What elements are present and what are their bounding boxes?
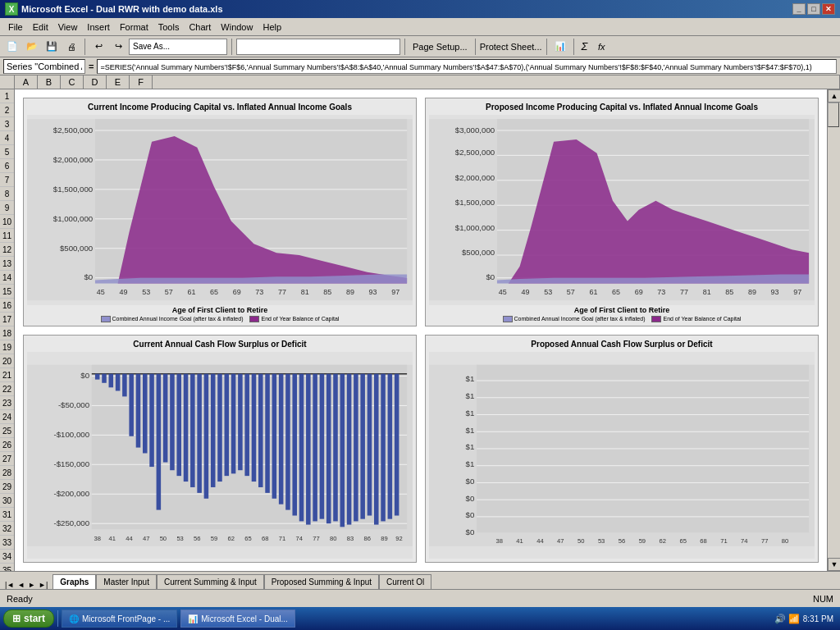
legend-color-1 xyxy=(101,316,111,322)
svg-text:85: 85 xyxy=(323,288,331,296)
col-a[interactable]: A xyxy=(15,75,38,89)
fx-button[interactable]: fx xyxy=(592,39,610,55)
new-button[interactable]: 📄 xyxy=(3,39,21,55)
formula-input[interactable]: =SERIES('Annual Summary Numbers'!$F$6,'A… xyxy=(97,59,837,74)
col-f[interactable]: F xyxy=(130,75,153,89)
scroll-thumb[interactable] xyxy=(828,103,839,127)
svg-rect-87 xyxy=(163,373,168,462)
menu-view[interactable]: View xyxy=(53,21,83,34)
svg-text:$0: $0 xyxy=(84,272,93,281)
svg-rect-78 xyxy=(102,373,107,382)
excel-icon: X xyxy=(5,2,18,16)
svg-rect-98 xyxy=(238,373,243,470)
svg-text:71: 71 xyxy=(720,536,727,544)
svg-text:$0: $0 xyxy=(80,371,89,380)
undo-button[interactable]: ↩ xyxy=(89,39,107,55)
svg-text:$500,000: $500,000 xyxy=(60,244,93,253)
page-setup-link[interactable]: Page Setup... xyxy=(409,42,471,52)
svg-text:68: 68 xyxy=(700,536,706,544)
protect-sheet-link[interactable]: Protect Sheet... xyxy=(480,42,542,52)
chart-button[interactable]: 📊 xyxy=(551,39,569,55)
svg-text:$2,500,000: $2,500,000 xyxy=(455,148,495,157)
row-num-30: 30 xyxy=(0,494,14,508)
vertical-scrollbar[interactable]: ▲ ▼ xyxy=(827,89,840,571)
scroll-down-button[interactable]: ▼ xyxy=(828,558,840,571)
menu-window[interactable]: Window xyxy=(216,21,258,34)
window-controls[interactable]: _ □ ✕ xyxy=(792,3,835,15)
menu-edit[interactable]: Edit xyxy=(28,21,53,34)
tab-prev-button[interactable]: ◄ xyxy=(16,581,26,589)
maximize-button[interactable]: □ xyxy=(807,3,820,15)
menu-chart[interactable]: Chart xyxy=(184,21,216,34)
chart-top-right-legend: Combined Annual Income Goal (after tax &… xyxy=(429,316,815,322)
svg-text:85: 85 xyxy=(725,288,733,296)
status-bar: Ready NUM xyxy=(0,589,840,607)
scroll-track[interactable] xyxy=(828,103,840,558)
col-c[interactable]: C xyxy=(61,75,84,89)
tab-current-summing[interactable]: Current Summing & Input xyxy=(157,574,264,589)
chart-bottom-left-svg: $0 -$50,000 -$100,000 -$150,000 -$200,00… xyxy=(27,352,413,559)
charts-container: Current Income Producing Capital vs. Inf… xyxy=(15,89,827,571)
svg-text:44: 44 xyxy=(126,534,132,541)
svg-rect-109 xyxy=(313,373,317,521)
svg-rect-121 xyxy=(395,373,399,515)
svg-text:$2,000,000: $2,000,000 xyxy=(53,155,93,164)
svg-rect-113 xyxy=(340,373,345,527)
tab-current-ol[interactable]: Current Ol xyxy=(379,574,431,589)
col-d[interactable]: D xyxy=(84,75,107,89)
svg-text:$2,000,000: $2,000,000 xyxy=(455,173,495,182)
formula-equals: = xyxy=(85,62,97,71)
scroll-up-button[interactable]: ▲ xyxy=(828,89,840,103)
tab-proposed-summing[interactable]: Proposed Summing & Input xyxy=(264,574,379,589)
svg-text:41: 41 xyxy=(516,536,523,544)
menu-file[interactable]: File xyxy=(3,21,28,34)
open-button[interactable]: 📂 xyxy=(23,39,41,55)
svg-text:77: 77 xyxy=(680,288,688,296)
svg-text:$0: $0 xyxy=(466,510,475,519)
tab-graphs[interactable]: Graphs xyxy=(52,574,96,589)
menu-insert[interactable]: Insert xyxy=(82,21,115,34)
col-b[interactable]: B xyxy=(38,75,61,89)
taskbar-frontpage[interactable]: 🌐 Microsoft FrontPage - ... xyxy=(62,609,177,628)
row-num-28: 28 xyxy=(0,466,14,480)
save-button[interactable]: 💾 xyxy=(43,39,61,55)
svg-rect-86 xyxy=(157,373,162,509)
svg-text:65: 65 xyxy=(679,536,686,544)
close-button[interactable]: ✕ xyxy=(822,3,835,15)
row-num-26: 26 xyxy=(0,438,14,452)
name-box[interactable] xyxy=(3,59,85,74)
row-num-10: 10 xyxy=(0,215,14,229)
zoom-dropdown[interactable]: Save As... xyxy=(129,39,227,55)
svg-text:89: 89 xyxy=(346,288,354,296)
formula-dropdown[interactable] xyxy=(236,39,400,55)
svg-text:89: 89 xyxy=(381,534,387,541)
taskbar-excel[interactable]: 📊 Microsoft Excel - Dual... xyxy=(180,609,295,628)
svg-rect-99 xyxy=(244,373,249,475)
svg-rect-84 xyxy=(143,373,148,453)
chart-bottom-right-area: $1 $1 $1 $1 $1 $1 $0 $0 $0 $0 xyxy=(429,352,815,559)
svg-rect-92 xyxy=(197,373,202,492)
tab-next-button[interactable]: ► xyxy=(26,581,37,589)
print-button[interactable]: 🖨 xyxy=(62,39,80,55)
tab-master-input[interactable]: Master Input xyxy=(96,574,157,589)
svg-text:44: 44 xyxy=(536,536,543,544)
svg-rect-114 xyxy=(347,373,352,524)
row-num-20: 20 xyxy=(0,354,14,368)
minimize-button[interactable]: _ xyxy=(792,3,806,15)
col-e[interactable]: E xyxy=(107,75,130,89)
redo-button[interactable]: ↪ xyxy=(109,39,127,55)
chart-top-right-area: $3,000,000 $2,500,000 $2,000,000 $1,500,… xyxy=(429,115,815,305)
menu-tools[interactable]: Tools xyxy=(153,21,185,34)
row-num-4: 4 xyxy=(0,131,14,145)
menu-help[interactable]: Help xyxy=(258,21,286,34)
row-num-8: 8 xyxy=(0,187,14,201)
svg-text:$0: $0 xyxy=(466,527,475,536)
tab-first-button[interactable]: |◄ xyxy=(3,581,16,589)
legend-label-r2: End of Year Balance of Capital xyxy=(663,316,741,322)
start-button[interactable]: ⊞ start xyxy=(3,609,54,628)
tab-last-button[interactable]: ►| xyxy=(37,581,49,589)
menu-format[interactable]: Format xyxy=(115,21,153,34)
svg-text:92: 92 xyxy=(395,534,402,541)
svg-text:$0: $0 xyxy=(466,476,475,485)
svg-rect-90 xyxy=(184,373,189,481)
